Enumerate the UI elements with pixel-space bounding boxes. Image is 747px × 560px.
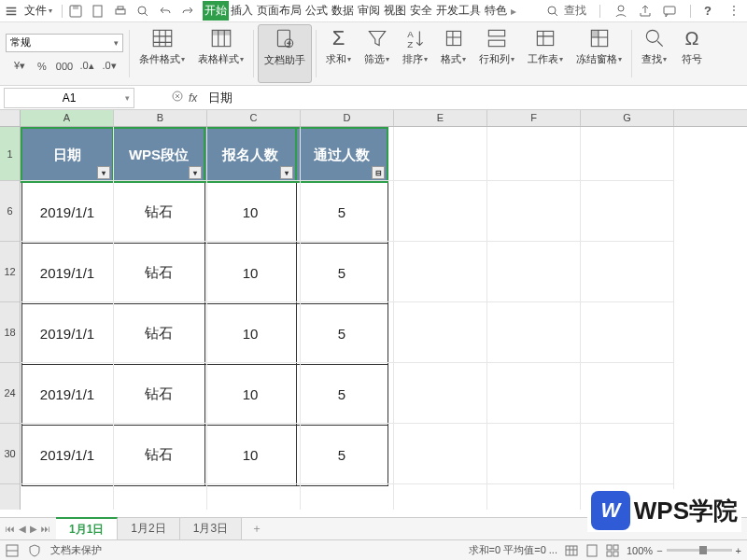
- undo-icon[interactable]: [158, 4, 173, 19]
- cell[interactable]: [301, 484, 394, 510]
- cell[interactable]: [301, 302, 394, 363]
- cell[interactable]: [114, 242, 207, 302]
- col-header-D[interactable]: D: [301, 110, 394, 126]
- sheet-tab-2[interactable]: 1月3日: [180, 518, 242, 539]
- sheet-nav-first[interactable]: ⏮: [6, 524, 15, 534]
- tab-start[interactable]: 开始: [203, 1, 229, 21]
- tab-security[interactable]: 安全: [408, 1, 434, 21]
- worksheet-button[interactable]: 工作表▾: [522, 24, 569, 83]
- col-header-F[interactable]: F: [487, 110, 581, 126]
- cell[interactable]: [581, 181, 674, 242]
- cell[interactable]: [207, 181, 301, 242]
- hamburger-icon[interactable]: [4, 4, 19, 19]
- formula-input[interactable]: 日期: [203, 88, 747, 108]
- percent-icon[interactable]: %: [34, 58, 50, 75]
- sheet-add-button[interactable]: ＋: [242, 518, 272, 539]
- cell[interactable]: [487, 424, 581, 484]
- freeze-button[interactable]: 冻结窗格▾: [571, 24, 627, 83]
- col-header-B[interactable]: B: [114, 110, 207, 126]
- symbol-button[interactable]: Ω 符号: [674, 24, 710, 83]
- col-header-A[interactable]: A: [21, 110, 114, 126]
- row-header-6[interactable]: 6: [0, 181, 20, 242]
- cell[interactable]: [301, 181, 394, 242]
- feedback-icon[interactable]: [662, 4, 677, 19]
- cell[interactable]: [487, 127, 581, 181]
- tab-data[interactable]: 数据: [330, 1, 356, 21]
- cancel-formula-icon[interactable]: [172, 91, 183, 105]
- status-mode-icon[interactable]: [6, 544, 19, 557]
- cell[interactable]: [487, 363, 581, 424]
- inc-decimal-icon[interactable]: .0▴: [78, 58, 95, 75]
- cell[interactable]: [487, 181, 581, 242]
- cell[interactable]: [487, 302, 581, 363]
- cell[interactable]: [394, 424, 487, 484]
- name-box[interactable]: A1: [4, 88, 134, 108]
- user-icon[interactable]: [613, 4, 628, 19]
- cell[interactable]: [394, 363, 487, 424]
- more-icon[interactable]: ⋮: [728, 4, 743, 19]
- select-all-corner[interactable]: [0, 110, 21, 127]
- currency-icon[interactable]: ¥▾: [11, 58, 28, 75]
- cell[interactable]: [581, 127, 674, 181]
- cell[interactable]: [301, 363, 394, 424]
- cell[interactable]: [114, 424, 207, 484]
- dec-decimal-icon[interactable]: .0▾: [101, 58, 118, 75]
- zoom-out[interactable]: −: [656, 545, 662, 556]
- row-header-1[interactable]: 1: [0, 127, 20, 181]
- row-header-30[interactable]: 30: [0, 424, 20, 484]
- preview-icon[interactable]: [135, 4, 150, 19]
- sheet-nav-next[interactable]: ▶: [30, 524, 37, 534]
- cell[interactable]: [21, 424, 114, 484]
- tab-more[interactable]: ▸: [509, 3, 518, 20]
- cell[interactable]: [207, 242, 301, 302]
- cell[interactable]: [21, 127, 114, 181]
- cell[interactable]: [21, 181, 114, 242]
- view-break-icon[interactable]: [606, 544, 619, 557]
- cell[interactable]: [581, 242, 674, 302]
- cell[interactable]: [114, 302, 207, 363]
- cell[interactable]: [394, 181, 487, 242]
- cell[interactable]: [487, 484, 581, 510]
- cell[interactable]: [301, 424, 394, 484]
- view-normal-icon[interactable]: [565, 544, 578, 557]
- sheet-tab-1[interactable]: 1月2日: [118, 518, 179, 539]
- cell[interactable]: [394, 302, 487, 363]
- tab-insert[interactable]: 插入: [229, 1, 255, 21]
- share-icon[interactable]: [638, 4, 653, 19]
- row-header-12[interactable]: 12: [0, 242, 20, 302]
- cond-format-button[interactable]: 条件格式▾: [134, 24, 190, 83]
- find-button[interactable]: 查找▾: [636, 24, 672, 83]
- sheet-nav-prev[interactable]: ◀: [19, 524, 26, 534]
- number-format-combo[interactable]: 常规: [6, 34, 123, 52]
- sum-button[interactable]: Σ 求和▾: [320, 24, 357, 83]
- table-style-button[interactable]: 表格样式▾: [192, 24, 249, 83]
- cell[interactable]: [21, 363, 114, 424]
- print-icon[interactable]: [113, 4, 128, 19]
- zoom-in[interactable]: +: [736, 545, 741, 556]
- tab-dev[interactable]: 开发工具: [434, 1, 483, 21]
- cell[interactable]: [581, 363, 674, 424]
- rowcol-button[interactable]: 行和列▾: [473, 24, 520, 83]
- row-header-24[interactable]: 24: [0, 363, 20, 424]
- cell[interactable]: [301, 242, 394, 302]
- doc-helper-button[interactable]: 文档助手: [258, 24, 312, 83]
- zoom-label[interactable]: 100%: [627, 545, 653, 556]
- tab-view[interactable]: 视图: [382, 1, 408, 21]
- format-button[interactable]: 格式▾: [435, 24, 472, 83]
- new-icon[interactable]: [91, 4, 106, 19]
- fx-icon[interactable]: fx: [189, 91, 197, 105]
- cell[interactable]: [301, 127, 394, 181]
- sort-button[interactable]: AZ 排序▾: [397, 24, 433, 83]
- tab-special[interactable]: 特色: [483, 1, 509, 21]
- cell[interactable]: [207, 424, 301, 484]
- save-icon[interactable]: [68, 4, 83, 19]
- cell[interactable]: [207, 302, 301, 363]
- cell[interactable]: [394, 242, 487, 302]
- cell[interactable]: [207, 484, 301, 510]
- cell[interactable]: [207, 127, 301, 181]
- file-menu[interactable]: 文件▾: [21, 3, 56, 19]
- cell[interactable]: [114, 181, 207, 242]
- cell[interactable]: [394, 127, 487, 181]
- cell[interactable]: [487, 242, 581, 302]
- tab-formula[interactable]: 公式: [303, 1, 330, 21]
